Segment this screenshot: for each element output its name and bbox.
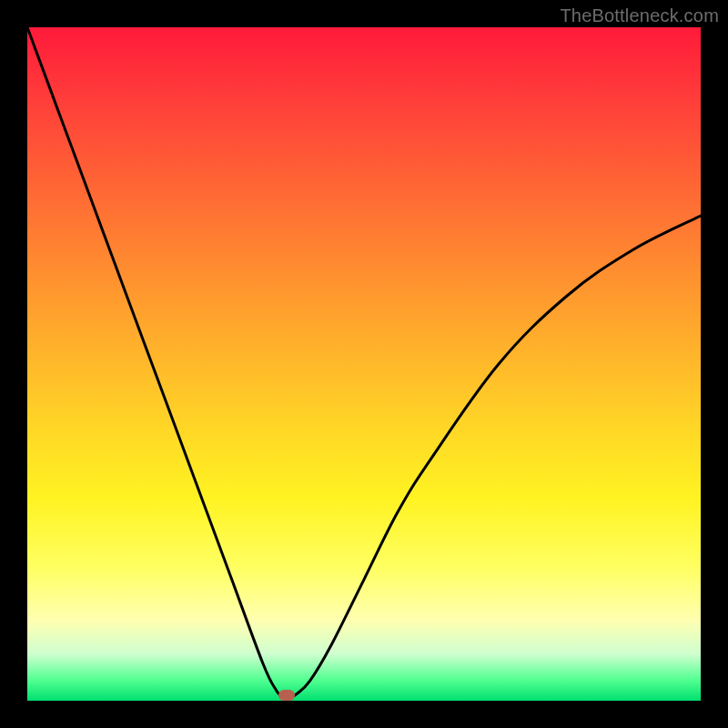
- bottleneck-curve: [27, 27, 701, 701]
- chart-plot-area: [27, 27, 701, 701]
- optimal-point-marker: [278, 690, 295, 701]
- watermark-text: TheBottleneck.com: [560, 5, 719, 26]
